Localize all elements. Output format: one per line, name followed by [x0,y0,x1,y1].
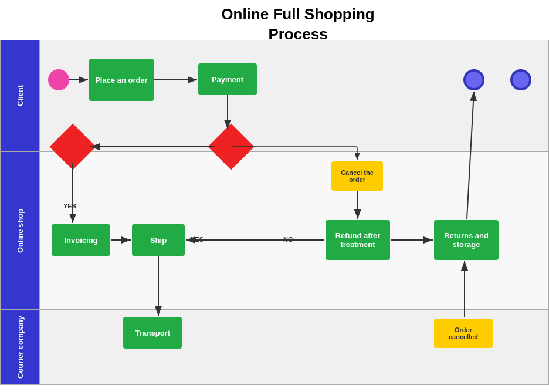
refund-box: Refund aftertreatment [326,220,390,260]
swimlane-label-courier: Courier company [0,310,40,385]
payment-box: Payment [198,63,257,95]
start-event [48,69,69,90]
no-label: NO [283,236,293,243]
end-event-2 [510,69,531,90]
ship-box: Ship [132,224,185,256]
swimlane-label-client: Client [0,40,40,151]
transport-box: Transport [123,317,182,349]
diagram-title: Online Full ShoppingProcess [47,0,549,45]
invoicing-box: Invoicing [52,224,110,256]
diagram-container: Online Full ShoppingProcess Client Onlin… [0,0,549,392]
swimlane-label-online: Online shop [0,151,40,310]
place-order-box: Place an order [89,59,154,101]
returns-box: Returns andstorage [434,220,499,260]
cancel-order-note: Cancel theorder [331,161,383,191]
end-event-1 [463,69,484,90]
yes-label-1: YES [63,202,76,209]
order-cancelled-note: Ordercancelled [434,319,493,348]
yes-label-2: YES [191,236,204,243]
